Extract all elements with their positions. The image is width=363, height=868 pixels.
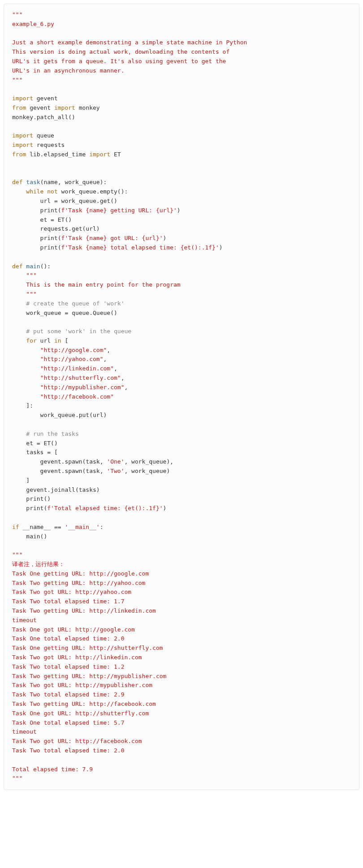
code-token: gevent — [26, 104, 54, 111]
code-token: queue — [33, 132, 54, 139]
code-token: Total elapsed time: 7.9 — [12, 766, 93, 773]
code-token — [12, 374, 40, 381]
code-token: ) — [219, 244, 223, 251]
code-token: , — [104, 356, 107, 362]
code-token: Task Two got URL: http://yahoo.com — [12, 589, 131, 595]
code-token: __name__ == — [19, 524, 65, 530]
code-token: """ — [26, 272, 36, 279]
code-token: work_queue.empty(): — [58, 188, 128, 195]
code-token: ] — [12, 477, 30, 484]
code-token — [12, 393, 40, 400]
code-token: "http://mypublisher.com" — [40, 384, 125, 391]
code-token: url = work_queue.get() — [12, 198, 117, 204]
code-token — [12, 272, 26, 279]
code-content: """ example_6.py Just a short example de… — [12, 11, 247, 782]
code-token: , — [124, 384, 128, 391]
code-token: gevent — [33, 95, 58, 102]
code-token: 'One' — [107, 458, 124, 465]
code-token: main — [26, 263, 40, 270]
code-token: Task Two getting URL: http://linkedin.co… — [12, 607, 156, 614]
code-token: gevent.spawn(task, — [12, 468, 107, 474]
code-token: monkey.patch_all() — [12, 114, 75, 120]
code-token: print() — [12, 495, 51, 502]
code-token: et = ET() — [12, 216, 72, 223]
code-token: Just a short example demonstrating a sim… — [12, 39, 247, 46]
code-token: Task Two getting URL: http://yahoo.com — [12, 580, 145, 586]
code-token: url — [37, 337, 54, 344]
code-token: [ — [61, 337, 69, 344]
code-token: example_6.py — [12, 21, 54, 27]
code-token: lib.elapsed_time — [26, 151, 89, 158]
code-token: Task One got URL: http://shutterfly.com — [12, 710, 149, 717]
code-token: "http://google.com" — [40, 347, 107, 353]
code-token: (name, work_queue): — [40, 179, 107, 185]
code-token: , — [114, 365, 117, 372]
code-token — [12, 337, 26, 344]
code-token: """ — [12, 551, 22, 558]
code-token: "http://linkedin.com" — [40, 365, 114, 372]
code-token: , work_queue) — [124, 468, 170, 474]
code-token: et = ET() — [12, 440, 58, 447]
code-token: '__main__' — [65, 524, 99, 530]
code-token: # put some 'work' in the queue — [26, 328, 131, 335]
code-token: import — [89, 151, 110, 158]
code-token: This is the main entry point for the pro… — [12, 281, 181, 288]
code-token: import — [12, 95, 33, 102]
code-token: task — [26, 179, 40, 185]
code-token: URL's in an asynchronous manner. — [12, 67, 124, 74]
code-token: Task Two total elapsed time: 1.2 — [12, 663, 124, 670]
code-token: URL's it gets from a queue. It's also us… — [12, 58, 226, 64]
code-token: f'Task {name} getting URL: {url}' — [61, 207, 177, 214]
code-token: timeout — [12, 728, 37, 735]
code-token: print( — [12, 505, 47, 511]
code-token: f'Task {name} got URL: {url}' — [61, 235, 163, 241]
code-token: f'Task {name} total elapsed time: {et():… — [61, 244, 219, 251]
code-token: from — [12, 151, 26, 158]
code-token: def — [12, 263, 22, 270]
code-token: (): — [40, 263, 51, 270]
code-token — [12, 356, 40, 362]
code-token: Task One total elapsed time: 2.0 — [12, 635, 124, 642]
code-token: """ — [12, 775, 22, 782]
code-token — [12, 188, 26, 195]
code-token: : — [100, 524, 104, 530]
code-token: main() — [12, 533, 47, 540]
code-token: import — [12, 132, 33, 139]
code-token: This version is doing actual work, downl… — [12, 48, 229, 55]
code-token: Task One got URL: http://google.com — [12, 626, 135, 633]
code-block: """ example_6.py Just a short example de… — [4, 4, 359, 790]
code-token: print( — [12, 235, 61, 241]
code-token: timeout — [12, 617, 37, 623]
code-token: ET — [110, 151, 121, 158]
code-token — [12, 300, 26, 307]
code-token: for — [26, 337, 36, 344]
code-token: ) — [163, 505, 167, 511]
code-token: print( — [12, 207, 61, 214]
code-token — [12, 365, 40, 372]
code-token: gevent.joinall(tasks) — [12, 486, 100, 493]
code-token: ) — [177, 207, 181, 214]
code-token: Task Two getting URL: http://facebook.co… — [12, 700, 156, 707]
code-token: requests.get(url) — [12, 225, 100, 232]
code-token: Task Two total elapsed time: 1.7 — [12, 598, 124, 605]
code-token: """ — [12, 77, 22, 83]
code-token: import — [54, 104, 75, 111]
code-token: not — [47, 188, 57, 195]
code-token: Task Two got URL: http://mypublisher.com — [12, 682, 152, 688]
code-token: in — [54, 337, 61, 344]
code-token: gevent.spawn(task, — [12, 458, 107, 465]
code-token: Task Two got URL: http://linkedin.com — [12, 654, 142, 661]
code-token: f'Total elapsed time: {et():.1f}' — [47, 505, 163, 511]
code-token: "http://facebook.com" — [40, 393, 114, 400]
code-token — [12, 430, 26, 437]
code-token: , work_queue), — [124, 458, 173, 465]
code-token: Task One getting URL: http://shutterfly.… — [12, 645, 163, 651]
code-token: 'Two' — [107, 468, 124, 474]
code-token: # create the queue of 'work' — [26, 300, 124, 307]
code-token: """ — [12, 291, 37, 297]
code-token: print( — [12, 244, 61, 251]
code-token — [12, 347, 40, 353]
code-token: # run the tasks — [26, 430, 78, 437]
code-token: if — [12, 524, 19, 530]
code-token: work_queue.put(url) — [12, 412, 107, 418]
